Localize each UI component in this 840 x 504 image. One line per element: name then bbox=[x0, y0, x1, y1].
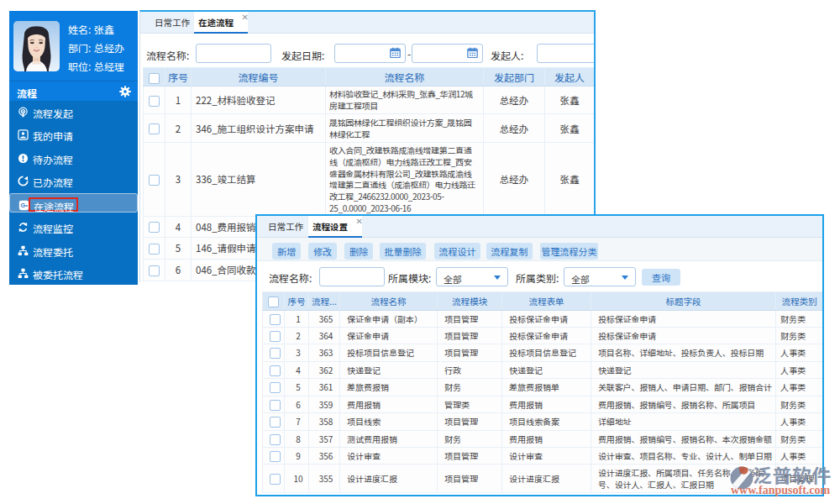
svg-text:G: G bbox=[20, 202, 25, 209]
